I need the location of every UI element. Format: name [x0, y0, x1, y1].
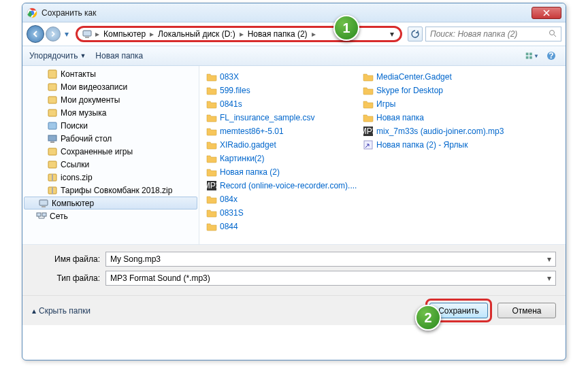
music-icon [47, 107, 58, 118]
search-box[interactable] [425, 27, 561, 41]
help-button[interactable]: ? [544, 49, 559, 63]
svg-rect-11 [48, 70, 56, 78]
breadcrumb-item[interactable]: Новая папка (2) [245, 29, 310, 39]
zip-icon [47, 172, 58, 183]
breadcrumb-item[interactable]: Локальный диск (D:) [155, 29, 238, 39]
file-label: 599.files [220, 86, 250, 95]
chevron-right-icon: ▸ [310, 29, 317, 39]
file-item[interactable]: 0844 [206, 220, 363, 233]
svg-rect-21 [52, 174, 53, 181]
file-item[interactable]: XIRadio.gadget [206, 138, 363, 152]
file-item[interactable]: 599.files [206, 84, 363, 97]
chrome-icon [27, 7, 37, 18]
chevron-up-icon: ▴ [32, 306, 36, 316]
network-icon [36, 211, 47, 222]
folder-icon [363, 112, 374, 123]
file-item[interactable]: Картинки(2) [206, 152, 363, 165]
file-item[interactable]: 0841s [206, 97, 363, 111]
filetype-select[interactable]: MP3 Format Sound (*.mp3)▾ [105, 271, 556, 286]
tree-item: Мои документы [22, 93, 199, 106]
file-item[interactable]: Новая папка [363, 111, 519, 124]
file-label: Record (online-voice-recorder.com).... [220, 181, 357, 190]
window-title: Сохранить как [42, 8, 532, 18]
games-icon [47, 146, 58, 157]
filename-input[interactable]: My Song.mp3▾ [105, 252, 556, 267]
hide-folders-toggle[interactable]: ▴Скрыть папки [32, 306, 91, 316]
file-item[interactable]: Новая папка (2) - Ярлык [363, 138, 519, 152]
folder-icon [206, 221, 217, 232]
tree-item-network[interactable]: Сеть [22, 209, 199, 222]
file-item[interactable]: MP3mix_7m33s (audio-joiner.com).mp3 [363, 124, 519, 138]
toolbar: Упорядочить▼ Новая папка ▼ ? [22, 46, 566, 66]
video-icon [47, 82, 58, 92]
svg-rect-24 [39, 200, 48, 205]
titlebar[interactable]: Сохранить как [22, 3, 566, 22]
file-item[interactable]: FL_insurance_sample.csv [206, 111, 363, 124]
svg-text:?: ? [549, 51, 553, 61]
organize-menu[interactable]: Упорядочить▼ [29, 51, 86, 61]
desktop-icon [47, 133, 58, 144]
save-fields: Имя файла: My Song.mp3▾ Тип файла: MP3 F… [22, 244, 566, 295]
callout-1: 1 [333, 15, 359, 41]
nav-back-button[interactable] [27, 25, 44, 43]
svg-rect-15 [48, 122, 56, 129]
tree-item: Рабочий стол [22, 132, 199, 145]
chevron-right-icon: ▸ [238, 29, 245, 39]
file-label: Новая папка (2) - Ярлык [376, 140, 468, 150]
new-folder-button[interactable]: Новая папка [95, 51, 143, 61]
file-list[interactable]: 083X599.files0841sFL_insurance_sample.cs… [199, 66, 566, 244]
folder-icon [206, 207, 217, 218]
file-item[interactable]: memtest86+-5.01 [206, 124, 363, 138]
svg-rect-27 [42, 213, 46, 216]
computer-icon [38, 198, 49, 209]
filetype-label: Тип файла: [32, 273, 105, 283]
file-item[interactable]: MediaCenter.Gadget [363, 70, 519, 84]
svg-rect-14 [48, 110, 56, 116]
svg-rect-12 [48, 84, 56, 90]
tree-item: Контакты [22, 67, 199, 80]
docs-icon [47, 95, 58, 105]
contacts-icon [47, 69, 58, 80]
svg-rect-8 [529, 56, 532, 59]
refresh-button[interactable] [408, 27, 423, 41]
view-menu[interactable]: ▼ [525, 49, 540, 63]
computer-icon [82, 29, 93, 39]
mp3-icon: MP3 [363, 126, 374, 137]
svg-rect-3 [85, 37, 89, 38]
cancel-button[interactable]: Отмена [497, 303, 556, 318]
chevron-right-icon: ▸ [94, 29, 101, 39]
tree-item-computer[interactable]: Компьютер [24, 197, 197, 209]
chevron-down-icon[interactable]: ▾ [547, 273, 551, 283]
file-label: memtest86+-5.01 [220, 127, 284, 136]
file-item[interactable]: Игры [363, 97, 519, 111]
file-label: 084x [220, 195, 238, 204]
file-item[interactable]: MP3Record (online-voice-recorder.com)...… [206, 179, 363, 192]
folder-icon [206, 139, 217, 150]
nav-tree[interactable]: Контакты Мои видеозаписи Мои документы М… [22, 66, 199, 244]
file-item[interactable]: Новая папка (2) [206, 165, 363, 179]
zip-icon [47, 185, 58, 196]
folder-icon [363, 85, 374, 96]
tree-item: Тарифы Совкомбанк 2018.zip [22, 184, 199, 197]
callout-2: 2 [415, 305, 441, 331]
folder-icon [206, 194, 217, 205]
address-dropdown[interactable]: ▾ [387, 29, 397, 39]
file-item[interactable]: 084x [206, 192, 363, 206]
folder-icon [206, 167, 217, 178]
nav-forward-button[interactable] [46, 27, 61, 41]
file-item[interactable]: 0831S [206, 206, 363, 220]
svg-rect-25 [42, 206, 46, 207]
folder-icon [363, 71, 374, 82]
svg-rect-26 [37, 213, 41, 216]
nav-history-dropdown[interactable]: ▾ [62, 25, 71, 43]
footer: ▴Скрыть папки Сохранить Отмена [22, 295, 566, 325]
close-button[interactable] [532, 7, 561, 19]
links-icon [47, 159, 58, 170]
chevron-down-icon[interactable]: ▾ [547, 254, 551, 264]
filename-label: Имя файла: [32, 254, 105, 264]
file-item[interactable]: Skype for Desktop [363, 84, 519, 97]
file-item[interactable]: 083X [206, 70, 363, 84]
svg-rect-17 [50, 141, 54, 143]
search-input[interactable] [430, 29, 546, 39]
breadcrumb-item[interactable]: Компьютер [101, 29, 148, 39]
